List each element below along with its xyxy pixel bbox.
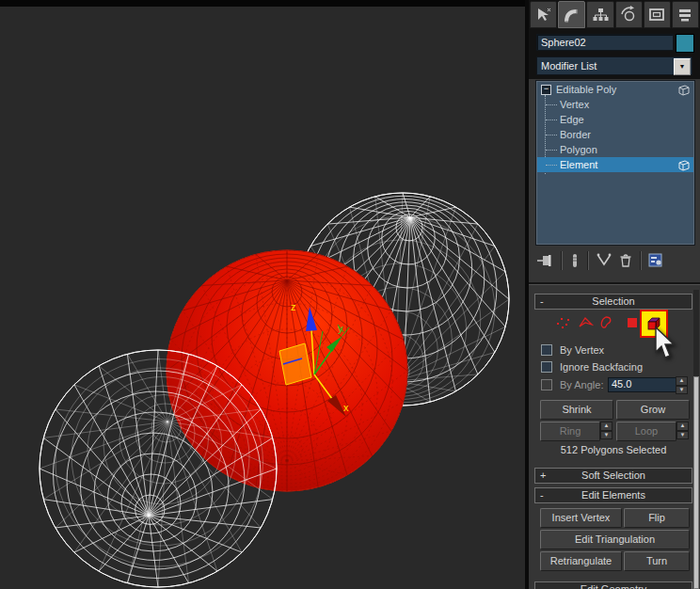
remove-modifier-icon[interactable] xyxy=(617,252,634,269)
axis-label-z: z xyxy=(291,301,296,312)
modifier-list-dropdown[interactable]: Modifier List ▼ xyxy=(536,56,692,75)
edit-geometry-rollout: - Edit Geometry xyxy=(534,581,692,589)
rollout-title: Edit Elements xyxy=(581,489,645,501)
configure-modifier-sets-icon[interactable] xyxy=(647,252,664,269)
command-panel-tabs xyxy=(530,1,699,28)
mouse-cursor xyxy=(653,326,681,365)
turn-button[interactable]: Turn xyxy=(624,551,690,571)
ring-button[interactable]: Ring xyxy=(540,422,600,441)
vertex-subobject-icon[interactable] xyxy=(555,315,570,330)
axis-label-y: y xyxy=(338,323,343,334)
edit-triangulation-button[interactable]: Edit Triangulation xyxy=(540,530,690,549)
stack-row-polygon[interactable]: Polygon xyxy=(537,142,693,157)
by-vertex-checkbox[interactable] xyxy=(541,344,552,356)
stack-row-border[interactable]: Border xyxy=(537,127,693,142)
edge-subobject-icon[interactable] xyxy=(578,315,595,330)
tab-display[interactable] xyxy=(644,1,671,28)
polygon-subobject-icon[interactable] xyxy=(625,315,640,330)
stack-item-label: Polygon xyxy=(560,142,597,157)
by-angle-checkbox[interactable] xyxy=(541,379,552,390)
tree-stub xyxy=(546,119,557,120)
toolbar-separator xyxy=(640,251,642,270)
ring-spinner[interactable]: ▲ ▼ xyxy=(600,422,612,439)
utilities-tab-icon xyxy=(676,6,694,24)
spinner-up-icon[interactable]: ▲ xyxy=(676,422,689,431)
spinner-down-icon[interactable]: ▼ xyxy=(676,386,688,395)
perspective-viewport[interactable]: z y x xyxy=(0,0,525,589)
viewport-canvas[interactable]: z y x xyxy=(0,0,525,589)
show-in-viewport-cube-icon[interactable] xyxy=(677,158,691,171)
stack-item-label: Vertex xyxy=(560,97,589,112)
command-panel: Sphere02 Modifier List ▼ − Editable Poly… xyxy=(529,0,700,589)
stack-root-label: Editable Poly xyxy=(556,82,616,97)
stack-row-edge[interactable]: Edge xyxy=(537,112,693,127)
pin-stack-icon[interactable] xyxy=(536,252,555,269)
tree-stub xyxy=(546,165,557,166)
stack-row-editable-poly[interactable]: − Editable Poly xyxy=(537,82,693,97)
by-vertex-label: By Vertex xyxy=(560,344,604,357)
tree-stub xyxy=(546,104,557,105)
modifier-stack[interactable]: − Editable Poly Vertex Edge Border xyxy=(536,81,694,245)
spinner-up-icon[interactable]: ▲ xyxy=(600,422,612,431)
spinner-down-icon[interactable]: ▼ xyxy=(676,431,689,440)
selection-status-text: 512 Polygons Selected xyxy=(534,444,692,455)
grow-button[interactable]: Grow xyxy=(616,400,690,420)
stack-row-vertex[interactable]: Vertex xyxy=(537,97,693,112)
stack-toolbar xyxy=(536,248,692,273)
tab-create[interactable] xyxy=(530,1,557,28)
rollout-title: Selection xyxy=(592,295,634,307)
rollout-toggle-icon[interactable]: + xyxy=(540,469,546,482)
show-in-viewport-cube-icon[interactable] xyxy=(677,83,691,96)
spinner-down-icon[interactable]: ▼ xyxy=(600,431,612,440)
edit-elements-rollout-header[interactable]: - Edit Elements xyxy=(534,487,692,503)
rollout-toggle-icon[interactable]: - xyxy=(540,582,544,589)
loop-spinner[interactable]: ▲ ▼ xyxy=(676,422,689,439)
by-angle-spinner[interactable]: ▲ ▼ xyxy=(676,376,688,394)
edit-geometry-rollout-header[interactable]: - Edit Geometry xyxy=(534,581,692,589)
create-tab-icon xyxy=(534,6,553,24)
make-unique-icon[interactable] xyxy=(595,252,613,269)
shrink-button[interactable]: Shrink xyxy=(540,400,613,420)
tab-motion[interactable] xyxy=(615,1,643,28)
panel-groove xyxy=(529,282,700,285)
stack-item-label: Border xyxy=(560,127,591,142)
by-angle-label: By Angle: xyxy=(560,379,603,391)
viewport-top-border xyxy=(0,0,525,7)
display-tab-icon xyxy=(647,6,666,24)
motion-tab-icon xyxy=(619,6,638,24)
retriangulate-button[interactable]: Retriangulate xyxy=(540,551,622,571)
edit-elements-rollout: - Edit Elements Insert Vertex Flip Edit … xyxy=(534,487,692,503)
tab-hierarchy[interactable] xyxy=(586,1,613,28)
spinner-up-icon[interactable]: ▲ xyxy=(676,376,688,386)
panel-scrollbar-thumb[interactable] xyxy=(693,376,699,589)
border-subobject-icon[interactable] xyxy=(599,315,614,330)
stack-row-element-selected[interactable]: Element xyxy=(537,157,693,172)
insert-vertex-button[interactable]: Insert Vertex xyxy=(540,508,622,528)
tree-stub xyxy=(546,135,557,135)
toolbar-separator xyxy=(587,251,589,270)
modifier-list-label: Modifier List xyxy=(541,60,597,72)
selection-rollout-header[interactable]: - Selection xyxy=(534,294,692,310)
tab-modify[interactable] xyxy=(558,1,585,28)
object-name-field[interactable]: Sphere02 xyxy=(536,34,674,51)
soft-selection-rollout: + Soft Selection xyxy=(534,468,692,484)
rollout-toggle-icon[interactable]: - xyxy=(540,294,544,308)
modify-tab-icon xyxy=(563,6,581,24)
collapse-minus-icon[interactable]: − xyxy=(541,85,551,95)
toolbar-separator xyxy=(561,251,563,270)
dropdown-arrow-icon[interactable]: ▼ xyxy=(674,58,691,75)
ignore-backfacing-checkbox[interactable] xyxy=(541,361,552,373)
object-color-swatch[interactable] xyxy=(676,34,694,53)
loop-button[interactable]: Loop xyxy=(616,422,676,441)
soft-selection-rollout-header[interactable]: + Soft Selection xyxy=(534,468,692,484)
flip-button[interactable]: Flip xyxy=(624,508,690,528)
hierarchy-tab-icon xyxy=(591,6,610,24)
rollout-toggle-icon[interactable]: - xyxy=(540,488,544,501)
axis-label-x: x xyxy=(343,402,349,413)
rollout-title: Edit Geometry xyxy=(581,583,646,589)
by-angle-value-field[interactable]: 45.0 xyxy=(608,377,677,392)
rollout-title: Soft Selection xyxy=(581,470,645,481)
tab-utilities[interactable] xyxy=(672,1,699,28)
stack-item-label: Edge xyxy=(560,112,584,127)
show-end-result-icon[interactable] xyxy=(568,252,581,269)
